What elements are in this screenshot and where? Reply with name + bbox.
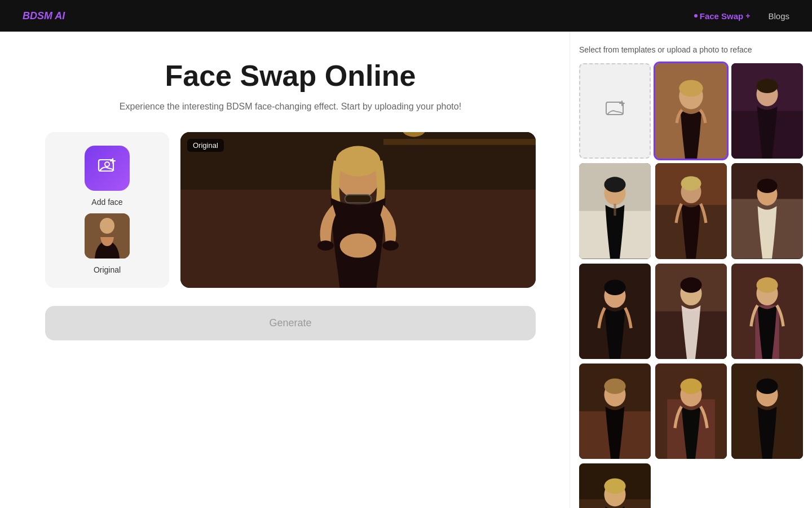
template-item-8[interactable] — [731, 264, 803, 359]
upload-area: Add face Original — [45, 132, 536, 288]
template-item-11[interactable] — [731, 364, 803, 459]
upload-template-slot[interactable] — [579, 63, 651, 159]
template-item-7[interactable] — [655, 264, 727, 359]
svg-point-36 — [681, 177, 701, 191]
preview-area: Original — [180, 132, 536, 288]
template-item-4[interactable] — [655, 163, 727, 259]
brand-logo[interactable]: BDSM AI — [23, 10, 65, 22]
add-face-icon — [97, 156, 117, 181]
svg-point-14 — [340, 233, 377, 257]
preview-image: Original — [180, 132, 536, 288]
svg-point-47 — [680, 277, 701, 293]
svg-point-59 — [680, 378, 701, 394]
right-panel-title: Select from templates or upload a photo … — [579, 45, 803, 54]
left-panel: Face Swap Online Experience the interest… — [0, 32, 570, 508]
add-face-label: Add face — [91, 198, 122, 207]
svg-point-23 — [679, 80, 703, 97]
svg-rect-9 — [383, 139, 536, 145]
template-item-2[interactable] — [731, 63, 803, 159]
svg-point-27 — [756, 79, 778, 93]
templates-grid — [579, 63, 803, 508]
add-face-button[interactable] — [85, 146, 130, 191]
svg-rect-32 — [614, 204, 616, 216]
svg-point-5 — [100, 218, 114, 234]
original-badge: Original — [187, 139, 224, 152]
nav-face-swap[interactable]: Face Swap + — [694, 11, 751, 21]
template-item-1[interactable] — [655, 63, 727, 159]
right-panel: Select from templates or upload a photo … — [570, 32, 812, 508]
svg-point-62 — [756, 378, 778, 394]
page-subtitle: Experience the interesting BDSM face-cha… — [45, 102, 536, 112]
svg-point-1 — [105, 162, 109, 167]
template-item-6[interactable] — [579, 264, 651, 359]
svg-point-55 — [604, 378, 625, 394]
page-title: Face Swap Online — [45, 59, 536, 93]
svg-point-43 — [604, 279, 625, 295]
original-thumbnail[interactable] — [85, 213, 130, 259]
svg-point-40 — [757, 179, 778, 193]
nav-plus-icon: + — [745, 11, 750, 20]
template-item-12[interactable] — [579, 463, 651, 508]
nav-face-swap-label: Face Swap — [700, 11, 744, 21]
face-selector: Add face Original — [45, 132, 169, 288]
template-item-9[interactable] — [579, 364, 651, 459]
navbar: BDSM AI Face Swap + Blogs — [0, 0, 812, 32]
svg-point-12 — [336, 146, 380, 177]
svg-point-51 — [756, 277, 778, 293]
template-item-5[interactable] — [731, 163, 803, 259]
original-thumb-label: Original — [94, 265, 121, 274]
svg-point-16 — [382, 240, 399, 251]
template-item-10[interactable] — [655, 364, 727, 459]
thumb-image — [85, 213, 130, 259]
main-layout: Face Swap Online Experience the interest… — [0, 32, 812, 508]
nav-blogs[interactable]: Blogs — [768, 11, 789, 21]
nav-dot-icon — [694, 14, 698, 17]
nav-links: Face Swap + Blogs — [694, 11, 789, 21]
upload-icon — [604, 98, 626, 125]
svg-point-31 — [604, 177, 625, 193]
template-item-3[interactable] — [579, 163, 651, 259]
svg-point-66 — [604, 479, 625, 494]
nav-blogs-label: Blogs — [768, 11, 789, 21]
svg-point-15 — [317, 240, 334, 251]
svg-rect-13 — [345, 195, 372, 203]
generate-button[interactable]: Generate — [45, 306, 536, 340]
